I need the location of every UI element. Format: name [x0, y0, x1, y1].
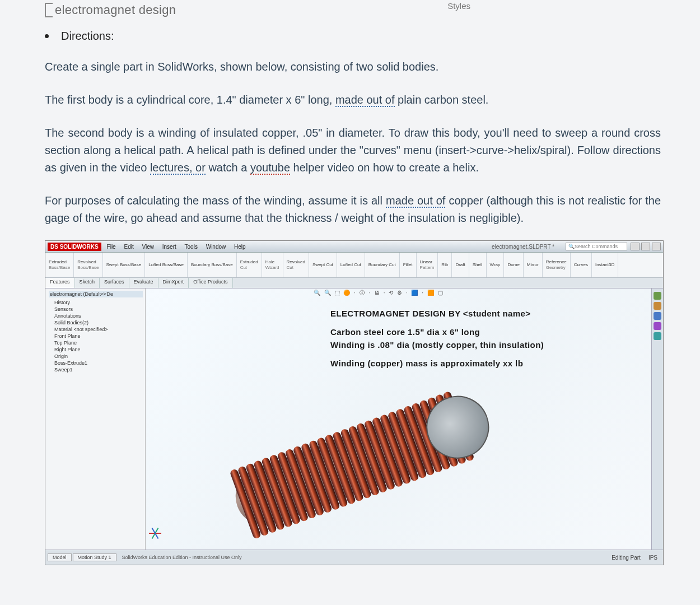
p2-underline: made out of [335, 94, 395, 107]
p3-part-b: watch a [206, 161, 250, 174]
ribbon-boundary-boss-base[interactable]: Boundary Boss/Base [188, 253, 237, 277]
sw-document-name: electromagnet.SLDPRT * [492, 244, 554, 250]
tree-item[interactable]: Top Plane [49, 339, 143, 346]
cmdtab-sketch[interactable]: Sketch [75, 278, 100, 288]
menu-tools[interactable]: Tools [185, 244, 198, 250]
sw-ribbon: ExtrudedBoss/BaseRevolvedBoss/BaseSwept … [45, 253, 663, 278]
ribbon-fillet[interactable]: Fillet [400, 253, 417, 277]
paragraph-2: The first body is a cylindrical core, 1.… [45, 91, 661, 109]
p2-part-b: plain carbon steel. [395, 94, 489, 106]
tree-item[interactable]: Sensors [49, 306, 143, 313]
ribbon-wrap[interactable]: Wrap [487, 253, 505, 277]
ribbon-shell[interactable]: Shell [469, 253, 487, 277]
search-icon: 🔍 [568, 244, 575, 249]
status-editing: Editing Part [612, 555, 641, 561]
ribbon-rib[interactable]: Rib [438, 253, 452, 277]
menu-insert[interactable]: Insert [162, 244, 176, 250]
sw-search-box[interactable]: 🔍 Search Commands [566, 243, 627, 250]
sw-graphics-area[interactable]: 🔍 🔍 ⬚ 🟠 · 🛈 · 🖥 · ⟲ ⚙ · 🟦 · 🟧 ▢ ELECTROM… [146, 288, 663, 552]
bullet-icon [45, 34, 49, 38]
tree-item[interactable]: Sweep1 [49, 366, 143, 373]
menu-view[interactable]: View [142, 244, 154, 250]
sw-task-pane[interactable] [651, 288, 663, 555]
cmdtab-dimxpert[interactable]: DimXpert [158, 278, 189, 288]
note-core: Carbon steel core 1.5" dia x 6" long [330, 327, 544, 337]
p3-underline-1: lectures, or [150, 161, 206, 175]
sw-menubar: File Edit View Insert Tools Window Help [104, 244, 249, 250]
tab-motion-study[interactable]: Motion Study 1 [73, 553, 116, 561]
taskpane-icon[interactable] [654, 292, 661, 300]
tree-item[interactable]: Annotations [49, 313, 143, 319]
ribbon-revolved[interactable]: RevolvedBoss/Base [74, 253, 102, 277]
taskpane-icon[interactable] [654, 312, 661, 320]
ribbon-revolved[interactable]: RevolvedCut [283, 253, 309, 277]
ribbon-styles-label: Styles [447, 1, 470, 11]
ribbon-extruded[interactable]: ExtrudedBoss/Base [45, 253, 74, 277]
tree-root[interactable]: electromagnet (Default<<De [49, 291, 143, 297]
ribbon-curves[interactable]: Curves [571, 253, 592, 277]
tree-item[interactable]: Boss-Extrude1 [49, 360, 143, 366]
cmdtab-features[interactable]: Features [45, 278, 75, 288]
taskpane-icon[interactable] [654, 332, 661, 340]
menu-file[interactable]: File [107, 244, 116, 250]
ribbon-extruded[interactable]: ExtrudedCut [237, 253, 262, 277]
maximize-icon[interactable] [641, 243, 650, 250]
p2-part-a: The first body is a cylindrical core, 1.… [45, 94, 335, 106]
ribbon-swept-cut[interactable]: Swept Cut [309, 253, 337, 277]
sw-window-buttons [631, 243, 661, 250]
ribbon-dome[interactable]: Dome [504, 253, 523, 277]
tree-item[interactable]: Material <not specified> [49, 326, 143, 333]
sw-body: electromagnet (Default<<De HistorySensor… [45, 288, 663, 552]
ribbon-instant3d[interactable]: Instant3D [592, 253, 618, 277]
sw-titlebar: DS SOLIDWORKS File Edit View Insert Tool… [45, 241, 663, 253]
tree-item[interactable]: Right Plane [49, 346, 143, 353]
ribbon-draft[interactable]: Draft [452, 253, 469, 277]
ribbon-linear[interactable]: LinearPattern [417, 253, 438, 277]
ribbon-boundary-cut[interactable]: Boundary Cut [365, 253, 400, 277]
document-body: electromagnet design Directions: Create … [0, 3, 700, 227]
p3-underline-2: youtube [250, 161, 290, 175]
cmdtab-evaluate[interactable]: Evaluate [129, 278, 158, 288]
cmdtab-office-products[interactable]: Office Products [189, 278, 232, 288]
sw-logo: DS SOLIDWORKS [48, 243, 101, 251]
sw-feature-tree[interactable]: electromagnet (Default<<De HistorySensor… [45, 288, 146, 552]
page-root: Styles electromagnet design Directions: … [0, 0, 700, 605]
sw-command-tabs: FeaturesSketchSurfacesEvaluateDimXpertOf… [45, 278, 663, 288]
minimize-icon[interactable] [631, 243, 640, 250]
ribbon-mirror[interactable]: Mirror [524, 253, 543, 277]
ribbon-hole[interactable]: HoleWizard [262, 253, 283, 277]
ribbon-lofted-boss-base[interactable]: Lofted Boss/Base [145, 253, 188, 277]
taskpane-icon[interactable] [654, 302, 661, 310]
close-icon[interactable] [652, 243, 661, 250]
tree-item[interactable]: History [49, 299, 143, 306]
paragraph-1: Create a single part in SolidWorks, show… [45, 58, 661, 76]
paragraph-3: The second body is a winding of insulate… [45, 124, 661, 176]
directions-row: Directions: [45, 30, 661, 43]
sw-view-toolbar[interactable]: 🔍 🔍 ⬚ 🟠 · 🛈 · 🖥 · ⟲ ⚙ · 🟦 · 🟧 ▢ [314, 290, 444, 296]
paragraph-marker-icon [45, 3, 53, 17]
p4-part-a: For purposes of calculating the mass of … [45, 194, 386, 207]
taskpane-icon[interactable] [654, 322, 661, 330]
search-placeholder: Search Commands [575, 244, 618, 249]
directions-label: Directions: [61, 30, 114, 43]
tree-item[interactable]: Front Plane [49, 333, 143, 339]
ribbon-reference[interactable]: ReferenceGeometry [543, 253, 571, 277]
solidworks-window: DS SOLIDWORKS File Edit View Insert Tool… [45, 240, 664, 565]
cmdtab-surfaces[interactable]: Surfaces [100, 278, 129, 288]
paragraph-4: For purposes of calculating the mass of … [45, 192, 661, 227]
note-title: ELECTROMAGNET DESIGN BY <student name> [330, 309, 544, 318]
menu-help[interactable]: Help [234, 244, 246, 250]
tree-item[interactable]: Origin [49, 353, 143, 360]
p4-underline: made out of [386, 194, 445, 208]
status-units[interactable]: IPS [648, 555, 657, 561]
sw-edition-label: SolidWorks Education Edition - Instructi… [122, 555, 242, 560]
sw-status-bar: Model Motion Study 1 SolidWorks Educatio… [45, 550, 663, 565]
menu-window[interactable]: Window [206, 244, 226, 250]
menu-edit[interactable]: Edit [124, 244, 133, 250]
p3-part-c: helper video on how to create a helix. [290, 161, 479, 174]
ribbon-lofted-cut[interactable]: Lofted Cut [337, 253, 365, 277]
tab-model[interactable]: Model [48, 553, 72, 561]
tree-item[interactable]: Solid Bodies(2) [49, 319, 143, 326]
sw-bottom-tabs: Model Motion Study 1 [48, 553, 118, 561]
ribbon-swept-boss-base[interactable]: Swept Boss/Base [103, 253, 146, 277]
